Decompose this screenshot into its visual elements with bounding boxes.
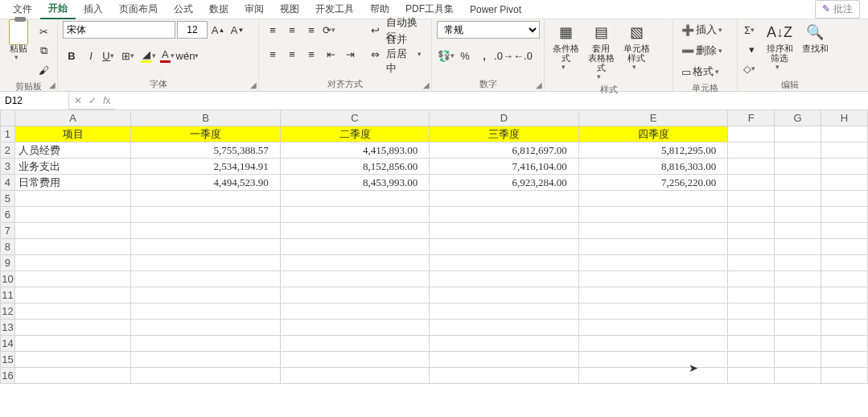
indent-decrease-button[interactable]: ⇤	[322, 45, 339, 63]
font-name-combo[interactable]	[63, 21, 175, 39]
row-header[interactable]: 9	[1, 255, 15, 271]
find-select-button[interactable]: 🔍查找和	[799, 21, 831, 55]
cell[interactable]	[775, 191, 821, 207]
cell[interactable]	[131, 223, 280, 239]
number-dialog-launcher[interactable]: ◢	[536, 81, 542, 89]
cell[interactable]	[280, 271, 429, 287]
menu-page-layout[interactable]: 页面布局	[111, 0, 166, 19]
row-header[interactable]: 13	[1, 320, 15, 336]
row-header[interactable]: 2	[1, 142, 15, 159]
cell[interactable]	[775, 175, 821, 191]
cell[interactable]: 5,755,388.57	[131, 142, 280, 159]
conditional-format-button[interactable]: ▦条件格式▾	[549, 21, 582, 72]
format-cells-button[interactable]: ▭格式▾	[678, 63, 726, 81]
cell[interactable]: 4,494,523.90	[131, 175, 280, 191]
align-top-button[interactable]: ≡	[264, 21, 282, 39]
column-header[interactable]: F	[728, 110, 775, 126]
cell[interactable]: 二季度	[280, 126, 429, 142]
cell[interactable]	[775, 271, 821, 287]
cell[interactable]	[14, 239, 130, 255]
cell[interactable]	[131, 368, 280, 384]
fill-button[interactable]: ▾	[743, 40, 760, 58]
cell[interactable]	[14, 271, 130, 287]
align-right-button[interactable]: ≡	[302, 45, 320, 63]
cell[interactable]	[821, 352, 868, 368]
cell[interactable]	[14, 191, 130, 207]
cell[interactable]	[728, 191, 775, 207]
cell[interactable]	[728, 175, 775, 191]
worksheet-area[interactable]: ABCDEFGH 1项目一季度二季度三季度四季度2人员经费5,755,388.5…	[0, 109, 868, 417]
cell[interactable]	[430, 191, 578, 207]
increase-decimal-button[interactable]: .0→	[495, 47, 512, 64]
autosum-button[interactable]: Σ▾	[743, 21, 760, 39]
column-header[interactable]: B	[131, 110, 280, 126]
cell[interactable]	[131, 239, 280, 255]
cell[interactable]	[131, 191, 280, 207]
name-box[interactable]	[0, 92, 69, 109]
cell[interactable]	[131, 207, 280, 223]
menu-developer[interactable]: 开发工具	[307, 0, 362, 19]
cut-button[interactable]: ✂	[35, 23, 52, 40]
row-header[interactable]: 10	[1, 271, 15, 287]
cell[interactable]	[131, 287, 280, 303]
cell[interactable]	[14, 336, 130, 352]
cell[interactable]	[430, 368, 578, 384]
alignment-dialog-launcher[interactable]: ◢	[423, 81, 430, 89]
accounting-format-button[interactable]: 💱▾	[437, 47, 455, 64]
cell[interactable]	[430, 255, 578, 271]
border-button[interactable]: ⊞▾	[121, 47, 138, 64]
cell[interactable]	[821, 223, 868, 239]
cell[interactable]: 6,812,697.00	[430, 142, 578, 159]
cell[interactable]	[131, 303, 280, 320]
cell[interactable]	[14, 207, 130, 223]
row-header[interactable]: 11	[1, 287, 15, 303]
cell[interactable]	[280, 368, 429, 384]
cell[interactable]	[14, 287, 130, 303]
cell[interactable]	[775, 320, 821, 336]
cell[interactable]	[280, 320, 429, 336]
cell[interactable]	[430, 352, 578, 368]
clear-button[interactable]: ◇▾	[743, 60, 760, 77]
cell[interactable]	[578, 336, 727, 352]
column-header[interactable]: C	[280, 110, 429, 126]
cell[interactable]	[728, 368, 775, 384]
cell[interactable]: 四季度	[578, 126, 727, 142]
enter-formula-button[interactable]: ✓	[88, 95, 97, 106]
cell[interactable]	[821, 287, 868, 303]
cell[interactable]	[578, 352, 727, 368]
cell[interactable]	[728, 336, 775, 352]
cell[interactable]	[821, 303, 868, 320]
cell[interactable]	[821, 271, 868, 287]
cell[interactable]: 8,453,993.00	[280, 175, 429, 191]
cell[interactable]	[578, 191, 727, 207]
cell[interactable]	[430, 336, 578, 352]
cell[interactable]	[821, 142, 868, 159]
cell[interactable]	[131, 320, 280, 336]
font-dialog-launcher[interactable]: ◢	[250, 81, 257, 89]
cell[interactable]	[821, 207, 868, 223]
cell[interactable]	[728, 255, 775, 271]
cell-styles-button[interactable]: ▧单元格样式▾	[620, 21, 652, 72]
cell[interactable]: 7,416,104.00	[430, 159, 578, 175]
cell[interactable]	[14, 368, 130, 384]
cell[interactable]	[280, 303, 429, 320]
cell[interactable]	[280, 207, 429, 223]
cell[interactable]	[14, 352, 130, 368]
column-header[interactable]: H	[821, 110, 868, 126]
cell[interactable]	[728, 159, 775, 175]
cell[interactable]	[775, 352, 821, 368]
cell[interactable]	[578, 271, 727, 287]
cell[interactable]	[131, 352, 280, 368]
cell[interactable]	[578, 255, 727, 271]
merge-center-button[interactable]: ⇔ 合并后居中▾	[367, 45, 426, 63]
cell[interactable]	[131, 255, 280, 271]
row-header[interactable]: 15	[1, 352, 15, 368]
cell[interactable]	[821, 255, 868, 271]
cell[interactable]	[775, 207, 821, 223]
cell[interactable]	[14, 303, 130, 320]
cell[interactable]	[280, 287, 429, 303]
clipboard-dialog-launcher[interactable]: ◢	[49, 81, 56, 89]
cell[interactable]: 人员经费	[14, 142, 130, 159]
cell[interactable]	[821, 320, 868, 336]
increase-font-button[interactable]: A▲	[209, 21, 227, 39]
